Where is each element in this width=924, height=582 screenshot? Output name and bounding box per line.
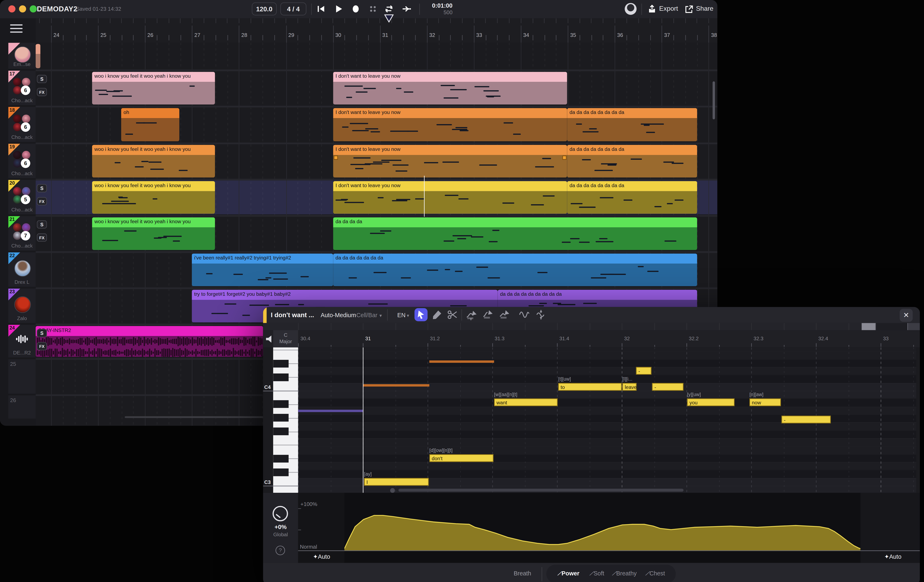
note[interactable]: - — [782, 415, 831, 423]
track-row-header[interactable]: 22Drex L — [8, 252, 36, 287]
black-key[interactable] — [273, 428, 289, 435]
timeline-clip[interactable]: da da da da da da da da — [567, 181, 697, 214]
track-row-header[interactable]: 217Cho...ack — [8, 216, 36, 251]
timeline-clip[interactable]: oh — [121, 108, 179, 141]
black-key[interactable] — [273, 401, 289, 408]
dynamics-knob[interactable] — [272, 506, 288, 521]
solo-button[interactable]: S — [37, 329, 47, 337]
scroll-handle[interactable] — [390, 488, 395, 493]
timeline-clip[interactable]: woo i know you feel it woo yeah i know y… — [92, 217, 215, 250]
fx-button[interactable]: FX — [37, 197, 47, 206]
loop-button[interactable] — [384, 4, 394, 13]
pointer-tool-button[interactable] — [414, 308, 427, 321]
fx-button[interactable]: FX — [37, 342, 47, 350]
track-row-header[interactable]: Em...se — [8, 43, 36, 69]
timeline-clip[interactable]: da da da da da da da da — [567, 145, 697, 178]
track-row-header[interactable]: 186Cho...ack — [8, 107, 36, 142]
record-button[interactable] — [351, 4, 360, 13]
close-window-button[interactable] — [8, 5, 15, 13]
vertical-scrollbar[interactable] — [713, 81, 715, 119]
track-row-header[interactable]: 25 — [8, 359, 36, 394]
dynamics-curve-tool-button[interactable] — [482, 309, 494, 321]
close-editor-button[interactable]: ✕ — [900, 309, 912, 322]
play-button[interactable] — [334, 4, 343, 13]
timeline-clip[interactable]: da da da da da da da — [333, 254, 697, 286]
note[interactable]: don't — [429, 454, 493, 462]
editor-overview-strip[interactable] — [263, 323, 920, 330]
timeline-clip[interactable]: ODAY-INSTR2 — [36, 326, 263, 357]
metronome-grid-icon[interactable] — [368, 4, 378, 13]
black-key[interactable] — [273, 414, 289, 422]
editor-horizontal-scrollbar[interactable] — [398, 489, 683, 491]
vocal-mode-power[interactable]: ∕Power — [559, 570, 579, 577]
grid-mode-dropdown[interactable]: Cell/Bar — [356, 312, 378, 318]
menu-icon[interactable] — [10, 24, 23, 33]
note-grid[interactable]: I[ay]don't[d][ow][n][t]want[w][aa][n][t]… — [298, 347, 916, 493]
track-row-header[interactable]: 26 — [8, 396, 36, 419]
note[interactable]: you — [687, 398, 734, 406]
dynamics-curve-area[interactable] — [345, 493, 861, 563]
note[interactable]: leave — [622, 383, 637, 391]
piano-keyboard[interactable] — [273, 347, 298, 493]
formant-curve-tool-button[interactable] — [499, 309, 511, 321]
timeline-clip[interactable] — [36, 44, 40, 68]
track-row-header[interactable]: 23Zalo — [8, 289, 36, 323]
follow-playhead-button[interactable] — [401, 4, 411, 13]
clip-handle-right[interactable] — [562, 156, 566, 160]
vibrato-depth-tool-button[interactable] — [535, 309, 547, 321]
fx-button[interactable]: FX — [37, 233, 47, 242]
solo-button[interactable]: S — [37, 75, 47, 83]
help-icon[interactable]: ? — [276, 546, 285, 555]
export-button[interactable]: Export — [659, 5, 678, 12]
breath-button[interactable]: Breath — [514, 570, 531, 577]
solo-button[interactable]: S — [37, 184, 47, 192]
timeline-clip[interactable]: woo i know you feel it woo yeah i know y… — [92, 181, 215, 214]
editor-ruler[interactable]: 30.43131.231.331.43232.232.332.433 — [263, 330, 920, 348]
timeline-clip[interactable]: I don't want to leave you now — [333, 72, 567, 104]
timeline-clip[interactable]: i've been really#1 really#2 trying#1 try… — [192, 254, 333, 286]
timeline-clip[interactable]: I don't want to leave you now — [333, 145, 567, 178]
vocal-mode-soft[interactable]: ∕Soft — [592, 570, 604, 577]
piano-roll[interactable]: I[ay]don't[d][ow][n][t]want[w][aa][n][t]… — [263, 347, 920, 493]
auto-toggle-left[interactable]: ✦Auto — [313, 553, 330, 560]
note[interactable]: - — [636, 367, 652, 375]
timeline-clip[interactable]: woo i know you feel it woo yeah i know y… — [92, 72, 215, 104]
timeline-ruler[interactable]: 242526272829303132333435363738 — [36, 18, 718, 43]
pencil-tool-button[interactable] — [431, 309, 443, 321]
note[interactable]: want — [494, 398, 558, 406]
timeline-clip[interactable]: da da da da — [333, 217, 697, 250]
note[interactable]: to — [558, 383, 622, 391]
key-scale-display[interactable]: C Major — [273, 330, 298, 348]
playhead-marker[interactable] — [384, 14, 394, 23]
solo-button[interactable]: S — [37, 220, 47, 229]
pitch-curve-tool-button[interactable]: ▾ — [465, 309, 478, 321]
note[interactable]: now — [749, 398, 781, 406]
skip-to-start-button[interactable] — [317, 4, 326, 13]
note[interactable]: - — [652, 383, 683, 391]
horizontal-scrollbar[interactable] — [125, 416, 267, 418]
time-signature-field[interactable]: 4 / 4 — [280, 2, 307, 15]
black-key[interactable] — [273, 455, 289, 462]
track-row-header[interactable]: 205Cho...ack — [8, 180, 36, 214]
black-key[interactable] — [273, 359, 289, 367]
language-dropdown[interactable]: EN — [397, 312, 406, 318]
share-button[interactable]: Share — [696, 5, 714, 12]
user-avatar[interactable] — [625, 3, 637, 15]
vocal-mode-breathy[interactable]: ∕Breathy — [614, 570, 637, 577]
minimize-window-button[interactable] — [19, 5, 26, 13]
phoneme-mode-label[interactable]: Auto-Medium — [321, 312, 356, 318]
timeline-clip[interactable]: I don't want to leave you now — [333, 108, 567, 141]
timeline-clip[interactable]: I don't want to leave you now — [333, 181, 567, 214]
black-key[interactable] — [273, 468, 289, 476]
track-row-header[interactable]: 24DE...R2 — [8, 325, 36, 357]
timeline-clip[interactable]: woo i know you feel it woo yeah i know y… — [92, 145, 215, 178]
fx-button[interactable]: FX — [37, 88, 47, 96]
vibrato-tool-button[interactable] — [518, 309, 530, 321]
scissors-tool-button[interactable] — [447, 309, 459, 321]
track-row-header[interactable]: 196Cho...ack — [8, 143, 36, 178]
zoom-window-button[interactable] — [30, 5, 37, 13]
clip-handle-left[interactable] — [334, 156, 338, 160]
black-key[interactable] — [273, 373, 289, 381]
tempo-field[interactable]: 120.0 — [252, 2, 277, 15]
note[interactable]: I — [364, 478, 429, 486]
